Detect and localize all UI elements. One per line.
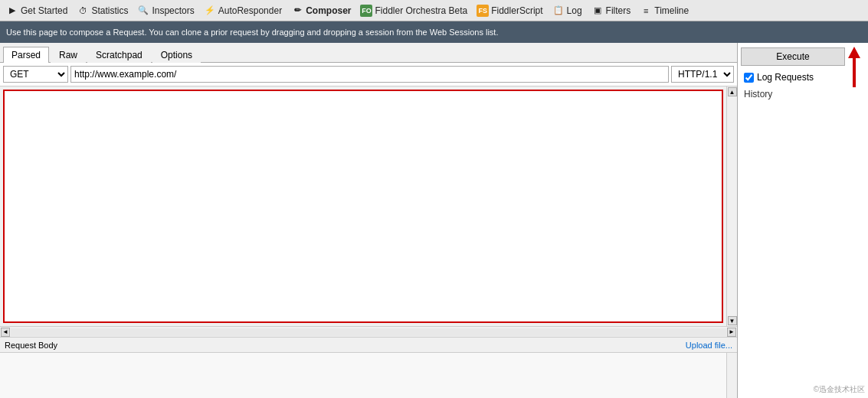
fiddler-script-icon: FS <box>477 5 489 17</box>
get-started-button[interactable]: ▶ Get Started <box>2 2 72 19</box>
filters-button[interactable]: ▣ Filters <box>587 2 636 19</box>
inspectors-icon: 🔍 <box>137 5 149 17</box>
fiddler-orchestra-button[interactable]: FO Fiddler Orchestra Beta <box>355 2 472 19</box>
right-panel: Execute Log Requests History <box>738 43 868 398</box>
tab-parsed[interactable]: Parsed <box>3 47 49 63</box>
left-panel: Parsed Raw Scratchpad Options GET POST P… <box>0 43 738 398</box>
scroll-up-arrow[interactable]: ▲ <box>728 87 737 96</box>
timeline-button[interactable]: ≡ Timeline <box>635 2 693 19</box>
main-layout: Parsed Raw Scratchpad Options GET POST P… <box>0 43 868 398</box>
arrow-indicator <box>847 43 862 91</box>
log-button[interactable]: 📋 Log <box>548 2 587 19</box>
log-icon: 📋 <box>552 5 565 17</box>
tabs-bar: Parsed Raw Scratchpad Options <box>0 43 737 63</box>
execute-button[interactable]: Execute <box>741 47 845 66</box>
composer-button[interactable]: ✏ Composer <box>287 2 355 19</box>
fiddler-script-button[interactable]: FS FiddlerScript <box>472 2 547 19</box>
vertical-scrollbar[interactable]: ▲ ▼ <box>726 86 737 326</box>
request-body-label: Request Body <box>5 341 57 350</box>
scroll-down-arrow[interactable]: ▼ <box>728 316 737 325</box>
tab-raw[interactable]: Raw <box>51 47 86 63</box>
log-requests-label[interactable]: Log Requests <box>757 72 814 83</box>
upload-file-link[interactable]: Upload file... <box>686 341 732 350</box>
tab-options[interactable]: Options <box>152 47 201 63</box>
info-text: Use this page to compose a Request. You … <box>6 28 498 37</box>
body-scrollbar[interactable] <box>726 353 737 398</box>
method-select[interactable]: GET POST PUT DELETE PATCH HEAD OPTIONS <box>3 66 68 83</box>
toolbar: ▶ Get Started ⏱ Statistics 🔍 Inspectors … <box>0 0 868 21</box>
filters-icon: ▣ <box>591 5 604 17</box>
tab-scratchpad[interactable]: Scratchpad <box>87 47 151 63</box>
info-bar: Use this page to compose a Request. You … <box>0 21 868 43</box>
fiddler-orchestra-icon: FO <box>360 5 372 17</box>
svg-marker-0 <box>848 47 860 87</box>
autoresponder-icon: ⚡ <box>204 5 216 17</box>
get-started-icon: ▶ <box>6 5 18 17</box>
horizontal-scrollbar[interactable]: ◄ ► <box>0 326 737 337</box>
timeline-icon: ≡ <box>640 5 652 17</box>
scroll-left-arrow[interactable]: ◄ <box>1 328 10 337</box>
url-input[interactable] <box>70 66 669 83</box>
request-body-bar: Request Body Upload file... <box>0 337 737 352</box>
body-textarea[interactable] <box>0 353 726 398</box>
headers-textarea[interactable] <box>3 90 723 323</box>
body-area <box>0 352 737 398</box>
composer-icon: ✏ <box>291 5 303 17</box>
url-bar: GET POST PUT DELETE PATCH HEAD OPTIONS H… <box>0 63 737 86</box>
log-requests-checkbox[interactable] <box>744 73 754 83</box>
statistics-icon: ⏱ <box>77 5 89 17</box>
horizontal-track[interactable] <box>11 328 726 336</box>
autoresponder-button[interactable]: ⚡ AutoResponder <box>199 2 287 19</box>
request-headers-area: ▲ ▼ <box>0 86 737 326</box>
statistics-button[interactable]: ⏱ Statistics <box>72 2 133 19</box>
inspectors-button[interactable]: 🔍 Inspectors <box>133 2 198 19</box>
scroll-right-arrow[interactable]: ► <box>727 328 736 337</box>
protocol-select[interactable]: HTTP/1.1 HTTP/2 HTTPS <box>671 66 734 83</box>
